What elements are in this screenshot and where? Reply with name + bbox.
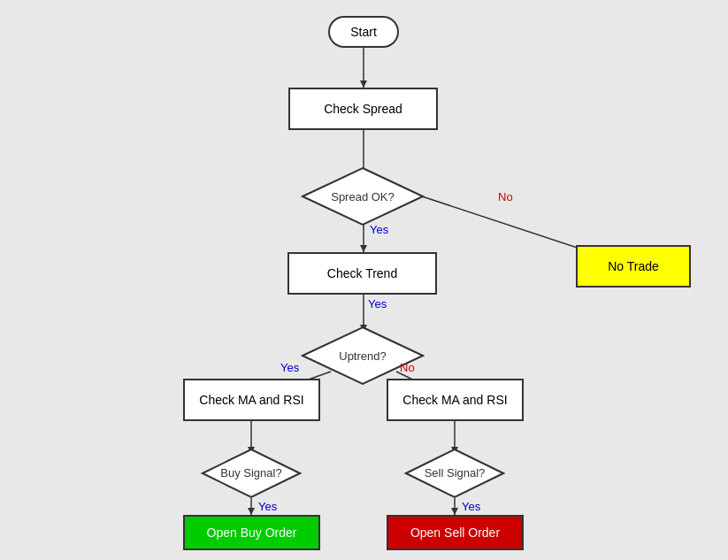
open-sell-order-node: Open Sell Order bbox=[387, 515, 524, 550]
open-buy-order-node: Open Buy Order bbox=[183, 515, 320, 550]
svg-marker-18 bbox=[451, 508, 458, 515]
yes5-label: Yes bbox=[462, 500, 480, 513]
buy-signal-diamond: Buy Signal? bbox=[201, 448, 302, 499]
sell-signal-diamond: Sell Signal? bbox=[404, 448, 505, 499]
svg-text:Buy Signal?: Buy Signal? bbox=[220, 466, 281, 479]
start-label: Start bbox=[350, 25, 377, 39]
svg-marker-11 bbox=[360, 81, 367, 88]
open-buy-order-label: Open Buy Order bbox=[207, 525, 297, 540]
check-spread-label: Check Spread bbox=[324, 102, 402, 116]
svg-text:Uptrend?: Uptrend? bbox=[339, 349, 386, 363]
no-trade-label: No Trade bbox=[608, 259, 659, 273]
svg-marker-17 bbox=[248, 508, 255, 515]
check-trend-label: Check Trend bbox=[327, 266, 397, 280]
check-ma-rsi-right-label: Check MA and RSI bbox=[402, 393, 507, 407]
svg-text:Sell Signal?: Sell Signal? bbox=[425, 466, 486, 479]
yes2-label: Yes bbox=[368, 297, 387, 311]
yes1-label: Yes bbox=[370, 223, 388, 236]
no2-label: No bbox=[400, 361, 415, 374]
spread-ok-diamond: Spread OK? bbox=[301, 166, 425, 226]
check-ma-rsi-right-node: Check MA and RSI bbox=[387, 379, 524, 421]
flowchart: Start Check Spread Spread OK? Check Tren… bbox=[0, 0, 728, 560]
uptrend-diamond: Uptrend? bbox=[301, 326, 425, 386]
check-spread-node: Check Spread bbox=[288, 88, 438, 130]
check-ma-rsi-left-label: Check MA and RSI bbox=[199, 393, 303, 407]
svg-text:Spread OK?: Spread OK? bbox=[331, 190, 395, 203]
svg-marker-13 bbox=[360, 245, 367, 252]
check-ma-rsi-left-node: Check MA and RSI bbox=[183, 379, 320, 421]
check-trend-node: Check Trend bbox=[287, 252, 437, 295]
open-sell-order-label: Open Sell Order bbox=[410, 525, 500, 540]
yes4-label: Yes bbox=[258, 500, 277, 513]
no-trade-node: No Trade bbox=[576, 245, 691, 288]
yes3-label: Yes bbox=[280, 361, 299, 374]
no1-label: No bbox=[498, 190, 513, 203]
start-node: Start bbox=[328, 16, 399, 48]
